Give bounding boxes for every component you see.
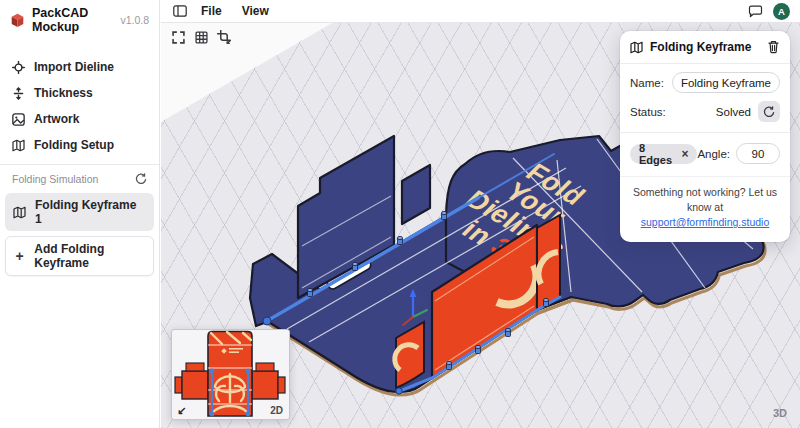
angle-label: Angle: (697, 148, 730, 160)
status-row: Status: Solved (620, 93, 790, 122)
menu-file[interactable]: File (191, 4, 232, 18)
resolve-button[interactable] (758, 101, 780, 122)
inset-2d-preview[interactable]: ↙ 2D (171, 329, 290, 420)
map-icon (13, 206, 26, 219)
inset-2d-label: 2D (270, 405, 283, 416)
folding-simulation-section: Folding Simulation (0, 169, 159, 191)
refresh-icon[interactable] (135, 173, 147, 185)
fit-view-icon[interactable] (171, 30, 185, 44)
close-icon[interactable]: × (681, 148, 688, 160)
plus-icon: + (14, 250, 25, 263)
sidebar-item-folding-keyframe-1[interactable]: Folding Keyframe 1 (5, 193, 154, 231)
avatar-initial: A (778, 6, 785, 17)
add-keyframe-label: Add Folding Keyframe (34, 242, 145, 270)
sidebar-item-artwork[interactable]: Artwork (0, 106, 159, 132)
image-icon (12, 113, 25, 126)
sidebar-item-label: Import Dieline (34, 60, 114, 74)
help-line1: Something not working? Let us (633, 186, 777, 198)
map-icon (630, 41, 643, 54)
active-keyframe-label: Folding Keyframe 1 (35, 198, 146, 226)
edges-chip-label: 8 Edges (639, 142, 675, 166)
dieline-small-wall (402, 165, 430, 224)
sidebar-item-import-dieline[interactable]: Import Dieline (0, 54, 159, 80)
sidebar-item-label: Folding Setup (34, 138, 114, 152)
name-label: Name: (630, 77, 664, 89)
panel-title: Folding Keyframe (650, 40, 760, 54)
map-icon (12, 139, 25, 152)
sidebar-item-folding-setup[interactable]: Folding Setup (0, 132, 159, 158)
corner-arrow-icon: ↙ (177, 404, 186, 417)
grid-toggle-icon[interactable] (194, 30, 208, 44)
fold-endpoint[interactable] (263, 317, 271, 325)
app-header: PackCAD Mockup v1.0.8 (0, 0, 159, 42)
menubar: File View A (161, 0, 800, 23)
status-value: Solved (716, 106, 751, 118)
crosshair-icon (12, 61, 25, 74)
name-row: Name: (620, 64, 790, 93)
add-folding-keyframe-button[interactable]: + Add Folding Keyframe (5, 236, 154, 276)
sidebar-item-label: Thickness (34, 86, 93, 100)
help-line2: know at (687, 201, 723, 213)
viewport-mode-label: 3D (773, 407, 787, 419)
folding-keyframe-panel: Folding Keyframe Name: Status: Solved 8 … (620, 31, 790, 242)
avatar[interactable]: A (773, 3, 790, 20)
viewport-toolbar (171, 30, 231, 44)
app-version: v1.0.8 (120, 14, 149, 26)
support-link[interactable]: support@formfinding.studio (641, 216, 770, 228)
menu-view[interactable]: View (232, 4, 279, 18)
angle-input[interactable] (736, 143, 780, 164)
trash-icon[interactable] (767, 40, 780, 54)
keyframe-name-input[interactable] (672, 72, 780, 93)
panel-help: Something not working? Let us know at su… (620, 176, 790, 242)
edges-row: 8 Edges × Angle: (620, 133, 790, 166)
sidebar: PackCAD Mockup v1.0.8 Import Dieline Thi… (0, 0, 160, 428)
edges-chip[interactable]: 8 Edges × (630, 144, 697, 164)
panel-header: Folding Keyframe (620, 31, 790, 64)
fold-endpoint[interactable] (396, 388, 402, 394)
sidebar-item-thickness[interactable]: Thickness (0, 80, 159, 106)
app-logo-icon (10, 13, 25, 28)
app-title: PackCAD Mockup (32, 6, 111, 34)
thickness-icon (12, 87, 25, 100)
crop-icon[interactable] (217, 30, 231, 44)
panel-toggle-icon[interactable] (161, 5, 191, 17)
sidebar-item-label: Artwork (34, 112, 79, 126)
section-label: Folding Simulation (12, 173, 98, 185)
sidebar-divider (0, 164, 159, 165)
chat-icon[interactable] (748, 5, 763, 18)
packcad-app: { "app": { "name": "PackCAD Mockup", "ve… (0, 0, 800, 428)
status-label: Status: (630, 106, 666, 118)
